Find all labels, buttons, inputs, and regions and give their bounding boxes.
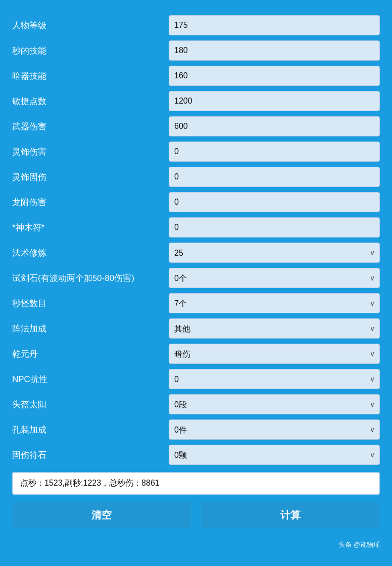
field-row-weapon-damage: 武器伤害 <box>12 116 380 136</box>
label-ornament-damage: 灵饰伤害 <box>12 146 169 158</box>
label-char-level: 人物等级 <box>12 20 169 31</box>
field-row-second-skill: 秒的技能 <box>12 40 380 61</box>
app-container: 人物等级秒的技能暗器技能敏捷点数武器伤害灵饰伤害灵饰固伤龙附伤害*神木符*法术修… <box>0 0 392 551</box>
label-qian-yuan-dan: 乾元丹 <box>12 348 169 360</box>
field-row-ornament-damage: 灵饰伤害 <box>12 142 380 162</box>
input-hidden-weapon-skill[interactable] <box>169 66 380 86</box>
field-row-magic-training: 法术修炼051015202530 <box>12 243 380 263</box>
field-row-hidden-weapon-skill: 暗器技能 <box>12 66 380 86</box>
label-npc-resistance: NPC抗性 <box>12 373 169 385</box>
input-char-level[interactable] <box>169 15 380 35</box>
label-formation-bonus: 阵法加成 <box>12 323 169 335</box>
input-magic-symbol[interactable] <box>169 217 380 238</box>
select-socket-bonus[interactable]: 0件1件2件3件4件5件 <box>169 419 380 440</box>
field-row-sword-stone: 试剑石(有波动两个加50-80伤害)0个1个2个 <box>12 268 380 288</box>
field-row-agility-points: 敏捷点数 <box>12 91 380 111</box>
label-hidden-weapon-skill: 暗器技能 <box>12 70 169 82</box>
label-magic-training: 法术修炼 <box>12 247 169 259</box>
label-helmet-sun: 头盔太阳 <box>12 399 169 410</box>
select-qian-yuan-dan[interactable]: 暗伤无有 <box>169 344 380 364</box>
label-dragon-damage: 龙附伤害 <box>12 197 169 208</box>
button-row: 清空 计算 <box>12 502 380 538</box>
label-weapon-damage: 武器伤害 <box>12 121 169 132</box>
select-npc-resistance[interactable]: 012345 <box>169 369 380 389</box>
label-socket-bonus: 孔装加成 <box>12 424 169 436</box>
select-formation-bonus[interactable]: 其他无初级中级高级 <box>169 318 380 339</box>
field-row-socket-bonus: 孔装加成0件1件2件3件4件5件 <box>12 419 380 440</box>
result-text: 点秒：1523,副秒:1223，总秒伤：8861 <box>20 479 160 487</box>
label-sword-stone: 试剑石(有波动两个加50-80伤害) <box>12 272 169 284</box>
field-row-dragon-damage: 龙附伤害 <box>12 192 380 212</box>
field-row-ornament-fixed-damage: 灵饰固伤 <box>12 167 380 187</box>
field-row-npc-resistance: NPC抗性012345 <box>12 369 380 389</box>
select-magic-training[interactable]: 051015202530 <box>169 243 380 263</box>
input-agility-points[interactable] <box>169 91 380 111</box>
select-monster-count[interactable]: 1个2个3个4个5个6个7个8个9个10个 <box>169 293 380 313</box>
select-fixed-damage-stone[interactable]: 0颗1颗2颗3颗4颗5颗 <box>169 445 380 465</box>
field-row-fixed-damage-stone: 固伤符石0颗1颗2颗3颗4颗5颗 <box>12 445 380 465</box>
field-row-char-level: 人物等级 <box>12 15 380 35</box>
label-agility-points: 敏捷点数 <box>12 96 169 107</box>
field-row-monster-count: 秒怪数目1个2个3个4个5个6个7个8个9个10个 <box>12 293 380 313</box>
input-ornament-damage[interactable] <box>169 142 380 162</box>
result-bar: 点秒：1523,副秒:1223，总秒伤：8861 <box>12 472 380 495</box>
input-weapon-damage[interactable] <box>169 116 380 136</box>
input-ornament-fixed-damage[interactable] <box>169 167 380 187</box>
label-second-skill: 秒的技能 <box>12 45 169 57</box>
select-sword-stone[interactable]: 0个1个2个 <box>169 268 380 288</box>
watermark: 头条 @讹物瑶 <box>12 538 380 551</box>
label-monster-count: 秒怪数目 <box>12 298 169 309</box>
clear-button[interactable]: 清空 <box>12 502 191 528</box>
field-row-formation-bonus: 阵法加成其他无初级中级高级 <box>12 318 380 339</box>
input-second-skill[interactable] <box>169 40 380 61</box>
field-row-helmet-sun: 头盔太阳0段1段2段3段4段5段 <box>12 394 380 414</box>
input-dragon-damage[interactable] <box>169 192 380 212</box>
label-magic-symbol: *神木符* <box>12 222 169 233</box>
field-row-qian-yuan-dan: 乾元丹暗伤无有 <box>12 344 380 364</box>
label-ornament-fixed-damage: 灵饰固伤 <box>12 171 169 183</box>
label-fixed-damage-stone: 固伤符石 <box>12 449 169 461</box>
select-helmet-sun[interactable]: 0段1段2段3段4段5段 <box>169 394 380 414</box>
calc-button[interactable]: 计算 <box>201 502 380 528</box>
field-row-magic-symbol: *神木符* <box>12 217 380 238</box>
